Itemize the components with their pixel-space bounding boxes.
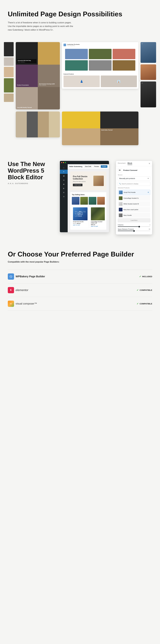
bottom-cell-4 [49, 112, 60, 138]
wpbakery-logo: WPBakery Page Builder [8, 274, 139, 280]
product-carousel-items: KILLEYES TONOT OUTLANE Script Print Hood… [72, 206, 105, 228]
sidebar-dashboard: ⌂ [60, 166, 68, 170]
hero-title: Pre-Fall Denim Collection [73, 176, 91, 180]
bottom-right-mock: World Wide Thermal [62, 112, 138, 145]
tab-block[interactable]: Block [128, 162, 132, 165]
remove-product-1[interactable]: ✕ [147, 191, 149, 194]
vc-logo-text: VC [10, 303, 12, 304]
tab-document[interactable]: Document [118, 162, 125, 165]
wp-topbar [60, 161, 109, 164]
selected-product-1[interactable]: Script Print Hoodie ✕ [118, 190, 150, 195]
carousel-product-title-1: Script Print Hoodie [73, 221, 88, 222]
wp-save-draft[interactable]: Save Draft [84, 165, 92, 168]
block-editor-heading: Use The New WordPress 5 Block Editor [8, 161, 52, 180]
center-mockup-area: Continuing The Denim Top Selling Items F… [62, 42, 138, 89]
bottom-cell-2 [27, 112, 38, 138]
columns-label-row: Columns 3 [118, 224, 150, 226]
load-more-button[interactable]: Load More [118, 218, 150, 222]
sidebar-comments: ◉ [60, 182, 68, 186]
top-item-4 [97, 197, 105, 205]
bottom-right-cell-4: World Wide Thermal [100, 128, 139, 145]
carousel-product-price-2: $805.00 [91, 224, 105, 225]
product-thumb-1 [119, 190, 123, 194]
wpbakery-name: WPBakery Page Builder [16, 275, 45, 278]
add-to-cart-1[interactable]: ADD TO CART [73, 224, 88, 226]
hero-cta-btn[interactable]: SHOP NOW [73, 184, 83, 186]
left-photo-strip [4, 42, 14, 102]
product-thumb-5 [119, 214, 122, 217]
sidebar-appearance: ◐ [60, 186, 68, 190]
sidebar-media: ◈ [60, 178, 68, 182]
collage-cell-6 [38, 87, 60, 110]
collage-cell-4: 60s Premium Evening Outfit View Collecti… [38, 65, 60, 87]
svg-rect-2 [121, 170, 121, 170]
selected-product-5[interactable]: Navy Hoodie [118, 213, 150, 218]
columns-slider-track[interactable] [118, 226, 150, 227]
top-item-1 [72, 197, 79, 205]
right-photo-strip: 02 04 [140, 42, 156, 108]
space-slider-track[interactable] [118, 231, 150, 231]
hero-text: Pre-Fall Denim Collection Shop the lates… [73, 176, 91, 186]
page-builder-section: Or Choose Your Preferred Page Builder Co… [0, 240, 160, 321]
block-editor-section: Use The New WordPress 5 Block Editor A.K… [0, 150, 160, 240]
product-thumb-3 [119, 202, 122, 206]
top-selling-items-grid [72, 197, 105, 205]
top-item-2 [80, 197, 88, 205]
strip-photo-5 [4, 94, 14, 102]
sidebar-posts: ✦ [60, 170, 68, 174]
source-select[interactable]: Manually pick products [118, 176, 150, 180]
wp-content: Hello Gutenberg Save Draft Preview Publi… [68, 164, 109, 232]
page-builder-heading: Or Choose Your Preferred Page Builder [8, 250, 152, 258]
bottom-center-spacer: World Wide Thermal [62, 112, 138, 145]
collage-cell-1: Essential With Belt Bag View Collection … [16, 42, 38, 64]
selected-product-3[interactable]: White Hooded Jacket W [118, 201, 150, 206]
wpbakery-icon [8, 274, 14, 280]
wp-publish[interactable]: Publish [101, 165, 107, 168]
wp-admin-body: ⌂ ✦ ▣ ◈ ◉ ◐ ⊞ ⚙ Hello Gutenberg Save Dra… [60, 164, 109, 232]
carousel-product-1: KILLEYES TONOT OUTLANE Script Print Hood… [72, 206, 89, 228]
vc-status: ✓ COMPATIBLE [137, 302, 152, 305]
elementor-status: ✓ COMPATIBLE [137, 289, 152, 292]
collage-cell-3: Product Presentation [16, 65, 38, 87]
vc-icon: VC [8, 301, 14, 307]
selected-product-4[interactable]: Navy blue coach jacket [118, 207, 150, 212]
dot-yellow [63, 162, 64, 163]
wp-preview[interactable]: Preview [93, 165, 100, 168]
product-name-4: Navy blue coach jacket [123, 209, 138, 210]
hero-description: There's a lot of freedome when it come t… [8, 21, 75, 32]
collage-cell-2 [38, 42, 60, 64]
center-product-grid: Continuing The Denim Top Selling Items F… [62, 42, 138, 89]
elementor-logo-letter: E [10, 289, 12, 292]
carousel-icon [119, 169, 121, 171]
block-panel-body: Product Carousel Source: Manually pick p… [116, 166, 152, 234]
top-item-3 [89, 197, 96, 205]
bottom-right-cell-3 [62, 128, 100, 145]
sidebar-plugins: ⊞ [60, 190, 68, 194]
block-panel-header: Document Block ✕ [116, 161, 152, 166]
product-name-2: Camouflage Hooded Cc [123, 198, 139, 199]
wp-sidebar: ⌂ ✦ ▣ ◈ ◉ ◐ ⊞ ⚙ [60, 164, 68, 232]
bottom-cell-1 [16, 112, 27, 138]
wpbakery-logo-svg [10, 275, 12, 278]
elementor-icon: E [8, 287, 14, 293]
page-builder-subtitle: Compatible with the most popular Page Bu… [8, 260, 152, 263]
hero-subtitle: Shop the latest pieces [73, 181, 91, 182]
product-search-input[interactable] [118, 182, 150, 186]
carousel-product-img-1: KILLEYES TONOT OUTLANE [73, 207, 88, 220]
selected-product-2[interactable]: Camouflage Hooded Cc [118, 196, 150, 201]
close-panel-button[interactable]: ✕ [148, 162, 150, 165]
columns-slider-thumb[interactable] [138, 226, 140, 228]
selected-products-label: Selected Products: [118, 187, 150, 188]
wpbakery-status: ✓ INCLUDED [139, 275, 152, 278]
space-slider-thumb[interactable] [133, 230, 135, 232]
product-carousel-block: KILLEYES TONOT OUTLANE Script Print Hood… [72, 206, 105, 228]
builder-item-elementor: E elementor ✓ COMPATIBLE [8, 283, 152, 297]
add-to-cart-2[interactable]: ADD TO CART [91, 226, 105, 227]
main-collage: Essential With Belt Bag View Collection … [16, 42, 60, 110]
hero-block: Pre-Fall Denim Collection Shop the lates… [70, 172, 106, 190]
space-label: Space Between Products [118, 228, 134, 230]
elementor-check: ✓ [137, 289, 139, 292]
block-editor-subtitle: A.K.A. GUTENBERG [8, 182, 52, 184]
bottom-right-cell-1 [62, 112, 100, 128]
hero-heading: Unlimited Page Design Possibilities [8, 10, 152, 18]
